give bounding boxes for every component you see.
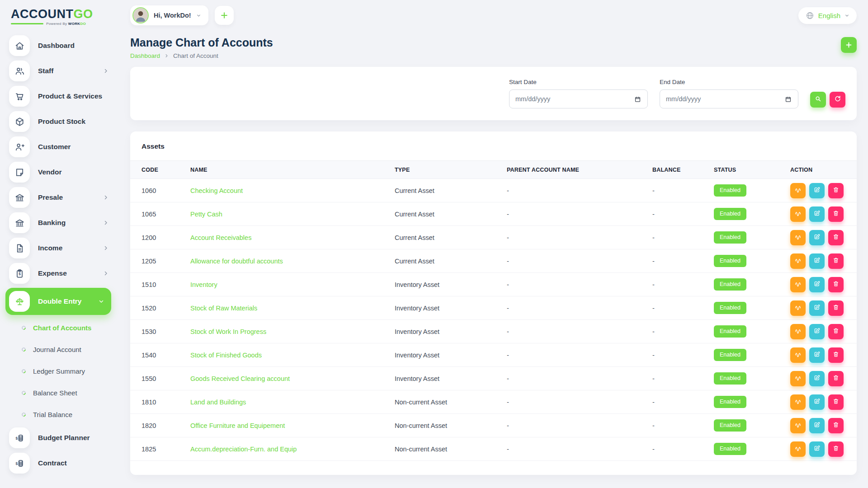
sidebar-item-product-stock[interactable]: Product Stock: [0, 109, 117, 134]
wave-button[interactable]: [790, 277, 806, 292]
delete-button[interactable]: [828, 253, 844, 269]
wave-button[interactable]: [790, 441, 806, 457]
wave-button[interactable]: [790, 394, 806, 410]
trash-icon: [832, 210, 840, 218]
table-row: 1520 Stock of Raw Materials Inventory As…: [130, 296, 857, 320]
edit-button[interactable]: [809, 441, 825, 457]
account-balance: -: [652, 328, 714, 335]
sidebar-subitem-trial-balance[interactable]: Trial Balance: [0, 404, 117, 425]
wave-button[interactable]: [790, 183, 806, 198]
start-date-input[interactable]: mm/dd/yyyy: [509, 89, 648, 108]
wave-icon: [794, 351, 802, 359]
edit-button[interactable]: [809, 277, 825, 292]
account-name-link[interactable]: Goods Received Clearing account: [190, 375, 395, 382]
sidebar-item-contract[interactable]: $ Contract: [0, 450, 117, 476]
account-name-link[interactable]: Land and Buildings: [190, 399, 395, 406]
delete-button[interactable]: [828, 277, 844, 292]
account-name-link[interactable]: Checking Account: [190, 187, 395, 194]
edit-button[interactable]: [809, 324, 825, 339]
delete-button[interactable]: [828, 206, 844, 222]
wave-icon: [794, 327, 802, 336]
calendar-icon[interactable]: [634, 95, 642, 103]
calendar-icon[interactable]: [784, 95, 792, 103]
sidebar-item-budget-planner[interactable]: $ Budget Planner: [0, 425, 117, 450]
logo-powered-by: Powered By WORKDO: [46, 22, 86, 26]
end-date-input[interactable]: mm/dd/yyyy: [660, 89, 798, 108]
wave-button[interactable]: [790, 371, 806, 386]
sidebar-item-presale[interactable]: Presale: [0, 185, 117, 210]
account-name-link[interactable]: Petty Cash: [190, 211, 395, 218]
edit-button[interactable]: [809, 347, 825, 363]
account-name-link[interactable]: Account Receivables: [190, 234, 395, 241]
account-code: 1060: [142, 187, 190, 194]
account-code: 1540: [142, 352, 190, 359]
edit-button[interactable]: [809, 183, 825, 198]
app-logo[interactable]: ACCOUNTGO Powered By WORKDO: [0, 6, 95, 26]
wave-icon: [794, 210, 802, 218]
edit-button[interactable]: [809, 394, 825, 410]
delete-button[interactable]: [828, 230, 844, 245]
wave-button[interactable]: [790, 300, 806, 316]
wave-button[interactable]: [790, 418, 806, 433]
create-account-button[interactable]: [841, 37, 857, 53]
sidebar-subitem-chart-of-accounts[interactable]: Chart of Accounts: [0, 317, 117, 338]
sidebar-item-vendor[interactable]: Vendor: [0, 160, 117, 185]
wave-button[interactable]: [790, 230, 806, 245]
parent-account-name: -: [507, 187, 652, 194]
table-row: 1205 Allowance for doubtful accounts Cur…: [130, 249, 857, 273]
edit-button[interactable]: [809, 371, 825, 386]
delete-button[interactable]: [828, 394, 844, 410]
edit-button[interactable]: [809, 230, 825, 245]
table-row: 1540 Stock of Finished Goods Inventory A…: [130, 343, 857, 367]
delete-button[interactable]: [828, 300, 844, 316]
account-name-link[interactable]: Stock of Finished Goods: [190, 352, 395, 359]
wave-button[interactable]: [790, 253, 806, 269]
sidebar-subitem-ledger-summary[interactable]: Ledger Summary: [0, 360, 117, 382]
globe-icon: [806, 11, 814, 20]
wave-button[interactable]: [790, 206, 806, 222]
account-name-link[interactable]: Allowance for doubtful accounts: [190, 258, 395, 265]
delete-button[interactable]: [828, 183, 844, 198]
table-row: 1510 Inventory Inventory Asset - - Enabl…: [130, 273, 857, 296]
sidebar-subitem-journal-account[interactable]: Journal Account: [0, 338, 117, 360]
edit-button[interactable]: [809, 253, 825, 269]
wave-button[interactable]: [790, 324, 806, 339]
delete-button[interactable]: [828, 347, 844, 363]
wave-icon: [794, 445, 802, 453]
user-menu[interactable]: Hi, WorkDo!: [130, 5, 208, 25]
edit-button[interactable]: [809, 206, 825, 222]
sidebar-item-product-services[interactable]: Product & Services: [0, 84, 117, 109]
breadcrumb-dashboard-link[interactable]: Dashboard: [130, 52, 160, 59]
account-name-link[interactable]: Office Furniture and Equipement: [190, 422, 395, 429]
table-body: 1060 Checking Account Current Asset - - …: [130, 179, 857, 461]
sidebar-item-customer[interactable]: Customer: [0, 134, 117, 160]
reset-button[interactable]: [830, 92, 845, 108]
edit-icon: [813, 233, 821, 242]
delete-button[interactable]: [828, 371, 844, 386]
account-name-link[interactable]: Accum.depreciation-Furn. and Equip: [190, 446, 395, 453]
account-type: Current Asset: [395, 258, 507, 265]
edit-button[interactable]: [809, 300, 825, 316]
account-type: Current Asset: [395, 211, 507, 218]
account-name-link[interactable]: Stock of Raw Materials: [190, 305, 395, 312]
wave-button[interactable]: [790, 347, 806, 363]
delete-button[interactable]: [828, 441, 844, 457]
sidebar-item-double-entry[interactable]: Double Entry: [5, 288, 111, 315]
sidebar-item-dashboard[interactable]: Dashboard: [0, 33, 117, 58]
sidebar-subitem-balance-sheet[interactable]: Balance Sheet: [0, 382, 117, 404]
search-button[interactable]: [810, 92, 826, 108]
edit-button[interactable]: [809, 418, 825, 433]
account-name-link[interactable]: Inventory: [190, 281, 395, 288]
sidebar-item-income[interactable]: Income: [0, 235, 117, 261]
add-workspace-button[interactable]: [215, 6, 234, 25]
sidebar-item-staff[interactable]: Staff: [0, 58, 117, 84]
delete-button[interactable]: [828, 418, 844, 433]
sidebar-item-banking[interactable]: Banking: [0, 210, 117, 235]
account-name-link[interactable]: Stock of Work In Progress: [190, 328, 395, 335]
wave-icon: [794, 233, 802, 242]
status-badge: Enabled: [714, 419, 746, 432]
delete-button[interactable]: [828, 324, 844, 339]
sidebar-item-expense[interactable]: $ Expense: [0, 261, 117, 286]
column-header-action: ACTION: [790, 167, 845, 173]
language-selector[interactable]: English: [798, 7, 857, 24]
